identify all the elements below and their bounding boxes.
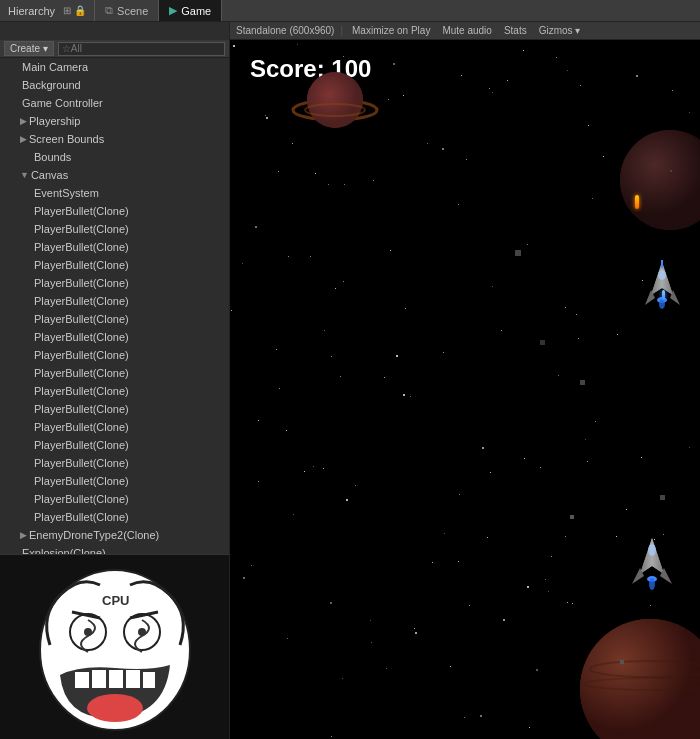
- star: [444, 533, 445, 534]
- star: [480, 715, 482, 717]
- star: [355, 485, 356, 486]
- svg-point-37: [87, 694, 143, 722]
- star: [384, 377, 385, 378]
- spaceship-1: [645, 260, 680, 318]
- mute-button[interactable]: Mute audio: [439, 25, 494, 36]
- star: [458, 204, 459, 205]
- projectile-1: [635, 195, 639, 209]
- star: [567, 70, 568, 71]
- star: [551, 556, 552, 557]
- maximize-button[interactable]: Maximize on Play: [349, 25, 433, 36]
- star: [231, 310, 232, 311]
- debris-1: [515, 250, 521, 256]
- standalone-label: Standalone (600x960): [236, 25, 334, 36]
- hierarchy-pin-icon[interactable]: ⊞: [63, 5, 71, 16]
- star: [279, 388, 280, 389]
- hierarchy-tab[interactable]: Hierarchy ⊞ 🔒: [0, 0, 95, 21]
- scene-tab[interactable]: ⧉ Scene: [95, 0, 159, 21]
- star: [585, 439, 586, 440]
- star: [432, 562, 433, 563]
- star: [390, 250, 391, 251]
- hierarchy-item-13[interactable]: PlayerBullet(Clone): [0, 292, 229, 310]
- hierarchy-lock-icon[interactable]: 🔒: [74, 5, 86, 16]
- star: [304, 471, 305, 472]
- hierarchy-item-20[interactable]: PlayerBullet(Clone): [0, 418, 229, 436]
- star: [469, 605, 470, 606]
- hierarchy-item-14[interactable]: PlayerBullet(Clone): [0, 310, 229, 328]
- hierarchy-list: Main CameraBackgroundGame Controller▶Pla…: [0, 58, 229, 562]
- hierarchy-item-22[interactable]: PlayerBullet(Clone): [0, 454, 229, 472]
- spaceship-2: [632, 536, 672, 594]
- hierarchy-item-12[interactable]: PlayerBullet(Clone): [0, 274, 229, 292]
- hierarchy-item-25[interactable]: PlayerBullet(Clone): [0, 508, 229, 526]
- star: [276, 349, 277, 350]
- hierarchy-item-7[interactable]: EventSystem: [0, 184, 229, 202]
- debris-4: [570, 515, 574, 519]
- star: [373, 180, 374, 181]
- debris-3: [660, 495, 665, 500]
- svg-point-23: [649, 578, 655, 590]
- hierarchy-item-11[interactable]: PlayerBullet(Clone): [0, 256, 229, 274]
- star: [588, 125, 589, 126]
- star: [287, 638, 288, 639]
- star: [324, 330, 325, 331]
- svg-rect-36: [143, 672, 155, 688]
- hierarchy-item-0[interactable]: Main Camera: [0, 58, 229, 76]
- star: [489, 88, 490, 89]
- hierarchy-item-5[interactable]: Bounds: [0, 148, 229, 166]
- star: [255, 226, 257, 228]
- debris-8: [540, 340, 545, 345]
- hierarchy-item-label-6: Canvas: [31, 169, 68, 181]
- star: [565, 307, 566, 308]
- hierarchy-item-17[interactable]: PlayerBullet(Clone): [0, 364, 229, 382]
- stats-button[interactable]: Stats: [501, 25, 530, 36]
- hierarchy-item-1[interactable]: Background: [0, 76, 229, 94]
- hierarchy-item-4[interactable]: ▶Screen Bounds: [0, 130, 229, 148]
- hierarchy-item-21[interactable]: PlayerBullet(Clone): [0, 436, 229, 454]
- star: [466, 159, 467, 160]
- create-button[interactable]: Create ▾: [4, 41, 54, 56]
- svg-rect-35: [126, 670, 140, 688]
- hierarchy-item-10[interactable]: PlayerBullet(Clone): [0, 238, 229, 256]
- hierarchy-tab-label: Hierarchy: [8, 5, 55, 17]
- hierarchy-header-controls: ⊞ 🔒: [63, 5, 86, 16]
- hierarchy-item-24[interactable]: PlayerBullet(Clone): [0, 490, 229, 508]
- debris-2: [580, 380, 585, 385]
- star: [388, 99, 389, 100]
- hierarchy-item-18[interactable]: PlayerBullet(Clone): [0, 382, 229, 400]
- hierarchy-item-2[interactable]: Game Controller: [0, 94, 229, 112]
- search-input[interactable]: [62, 43, 221, 54]
- star: [393, 63, 395, 65]
- svg-rect-33: [92, 670, 106, 688]
- gizmos-button[interactable]: Gizmos ▾: [536, 25, 584, 36]
- star: [578, 338, 579, 339]
- hierarchy-item-15[interactable]: PlayerBullet(Clone): [0, 328, 229, 346]
- star: [330, 602, 332, 604]
- hierarchy-item-8[interactable]: PlayerBullet(Clone): [0, 202, 229, 220]
- hierarchy-item-label-2: Game Controller: [22, 97, 103, 109]
- hierarchy-item-9[interactable]: PlayerBullet(Clone): [0, 220, 229, 238]
- star: [523, 50, 524, 51]
- hierarchy-item-6[interactable]: ▼Canvas: [0, 166, 229, 184]
- hierarchy-item-label-22: PlayerBullet(Clone): [34, 457, 129, 469]
- hierarchy-item-26[interactable]: ▶EnemyDroneType2(Clone): [0, 526, 229, 544]
- hierarchy-item-16[interactable]: PlayerBullet(Clone): [0, 346, 229, 364]
- hierarchy-item-label-18: PlayerBullet(Clone): [34, 385, 129, 397]
- star: [492, 92, 493, 93]
- hierarchy-item-label-3: Playership: [29, 115, 80, 127]
- svg-point-15: [659, 299, 665, 309]
- star: [616, 536, 617, 537]
- star: [243, 577, 245, 579]
- hierarchy-toolbar: Create ▾: [0, 40, 229, 58]
- star: [313, 466, 314, 467]
- hierarchy-item-19[interactable]: PlayerBullet(Clone): [0, 400, 229, 418]
- game-tab-label: Game: [181, 5, 211, 17]
- star: [527, 586, 529, 588]
- hierarchy-item-23[interactable]: PlayerBullet(Clone): [0, 472, 229, 490]
- hierarchy-item-3[interactable]: ▶Playership: [0, 112, 229, 130]
- search-box: [58, 42, 225, 56]
- hierarchy-item-label-5: Bounds: [34, 151, 71, 163]
- game-tab[interactable]: ▶ Game: [159, 0, 222, 21]
- view-toolbar: Standalone (600x960) | Maximize on Play …: [230, 22, 700, 40]
- scene-tab-icon: ⧉: [105, 4, 113, 17]
